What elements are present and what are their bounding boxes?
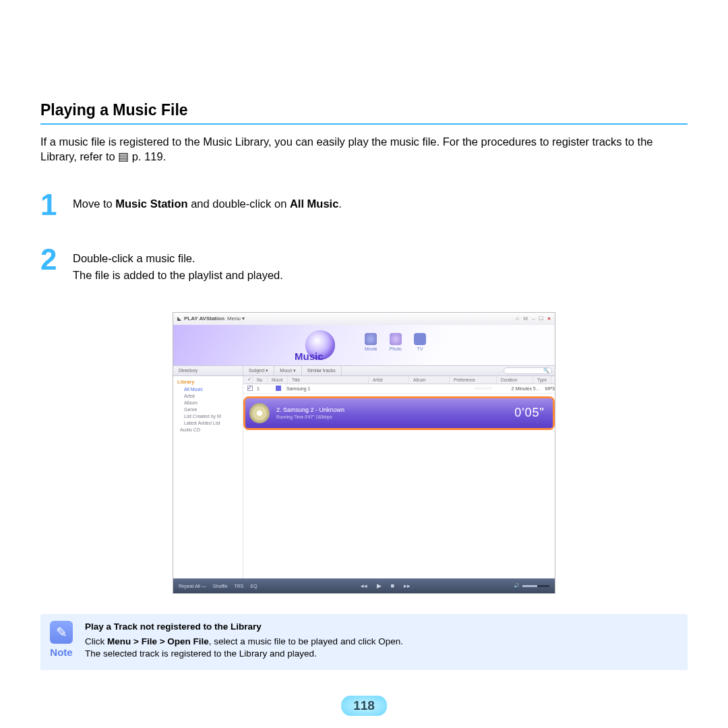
nowplaying-title: 2. Samsung 2 - Unknown <box>276 406 344 415</box>
sidebar-root[interactable]: Library <box>173 377 243 386</box>
heading-rule <box>40 123 688 125</box>
sidebar-item-listcreated[interactable]: List Created by M <box>173 413 243 420</box>
close-icon[interactable]: × <box>547 315 551 322</box>
volume-icon[interactable]: 🔊 <box>514 583 520 588</box>
tab-tv[interactable]: TV <box>414 333 426 351</box>
filter-bar: Directory Subject ▾ Mood ▾ Similar track… <box>173 365 555 376</box>
rating-stars[interactable]: ☆☆☆☆☆ <box>475 386 491 391</box>
nowplaying-sub: Running Time 0'47" 160kbps <box>276 414 344 420</box>
app-logo-icon: ◣ <box>177 315 181 322</box>
mood-swatch-icon <box>276 386 281 391</box>
tab-photo[interactable]: Photo <box>390 333 402 351</box>
step-number: 2 <box>40 246 63 284</box>
sidebar-item-album[interactable]: Album <box>173 400 243 406</box>
tab-music[interactable]: Music <box>295 351 324 362</box>
app-header: Music Movie Photo TV <box>173 325 555 365</box>
app-window: ◣ PLAY AVStation Menu ▾ ⌂ M – ☐ × Music … <box>173 312 555 594</box>
sidebar-item-latest[interactable]: Latest Added List <box>173 420 243 427</box>
volume-slider[interactable] <box>522 585 549 587</box>
m-button[interactable]: M <box>523 315 528 322</box>
sidebar-item-genre[interactable]: Genre <box>173 406 243 413</box>
shuffle-button[interactable]: Shuffle <box>213 584 228 588</box>
column-headers: ✓ No Mood Title Artist Album Preference … <box>243 376 555 384</box>
app-menu[interactable]: Menu ▾ <box>227 315 245 322</box>
page-number: 118 <box>341 696 387 716</box>
checkbox-icon[interactable] <box>247 386 253 391</box>
filter-directory[interactable]: Directory <box>173 366 243 375</box>
filter-similar[interactable]: Similar tracks <box>302 366 342 375</box>
step-1: 1 Move to Music Station and double-click… <box>40 191 688 218</box>
play-icon[interactable]: ▶ <box>377 582 382 589</box>
note-label: Note <box>50 646 73 658</box>
step-number: 1 <box>40 191 63 218</box>
disc-icon <box>249 403 270 423</box>
search-icon: 🔍 <box>543 368 549 373</box>
step-2: 2 Double-click a music file. The file is… <box>40 246 688 284</box>
sidebar: Library All Music Artist Album Genre Lis… <box>173 376 243 578</box>
note-title: Play a Track not registered to the Libra… <box>85 621 403 634</box>
search-input[interactable]: 🔍 <box>504 367 552 374</box>
trs-button[interactable]: TRS <box>235 584 244 588</box>
app-title: PLAY AVStation <box>184 315 224 322</box>
now-playing-row[interactable]: 2. Samsung 2 - Unknown Running Time 0'47… <box>245 398 553 428</box>
prev-icon[interactable]: ◂◂ <box>361 582 367 589</box>
intro-paragraph: If a music file is registered to the Mus… <box>40 134 688 164</box>
nowplaying-time: 0'05" <box>514 406 545 420</box>
sidebar-item-audiocd[interactable]: Audio CD <box>173 427 243 433</box>
playback-bar: Repeat All — Shuffle TRS EQ ◂◂ ▶ ■ ▸▸ 🔊 <box>173 578 555 593</box>
page-ref-icon: ▤ <box>118 150 132 162</box>
window-buttons: ⌂ M – ☐ × <box>516 315 551 322</box>
sidebar-item-allmusic[interactable]: All Music <box>173 386 243 393</box>
note-icon: ✎ <box>50 621 73 644</box>
minimize-icon[interactable]: – <box>532 315 535 322</box>
page-heading: Playing a Music File <box>40 101 688 119</box>
pin-icon[interactable]: ⌂ <box>516 315 519 322</box>
filter-mood[interactable]: Mood ▾ <box>274 366 301 375</box>
maximize-icon[interactable]: ☐ <box>539 315 543 322</box>
stop-icon[interactable]: ■ <box>391 582 394 589</box>
repeat-button[interactable]: Repeat All — <box>179 584 206 588</box>
track-list: ✓ No Mood Title Artist Album Preference … <box>243 376 555 578</box>
filter-subject[interactable]: Subject ▾ <box>243 366 274 375</box>
app-titlebar: ◣ PLAY AVStation Menu ▾ ⌂ M – ☐ × <box>173 313 555 325</box>
eq-button[interactable]: EQ <box>251 584 257 588</box>
note-box: ✎ Note Play a Track not registered to th… <box>40 614 688 671</box>
next-icon[interactable]: ▸▸ <box>404 582 411 589</box>
sidebar-item-artist[interactable]: Artist <box>173 393 243 400</box>
highlighted-row: 2. Samsung 2 - Unknown Running Time 0'47… <box>243 396 555 430</box>
tab-movie[interactable]: Movie <box>365 333 377 351</box>
track-row[interactable]: 1 Samsung 1 ☆☆☆☆☆ 2 Minutes 5... MP3 <box>243 384 555 394</box>
